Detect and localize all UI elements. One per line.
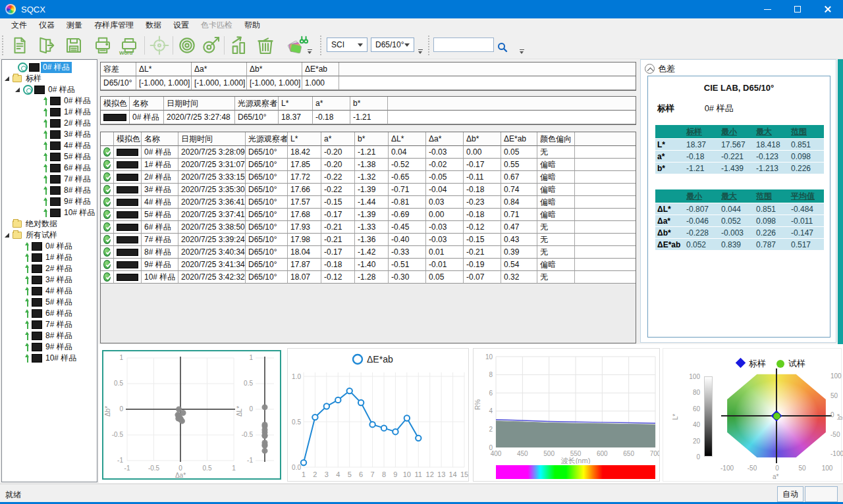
illuminant-select[interactable]: D65/10° <box>371 38 414 52</box>
column-header[interactable] <box>388 97 636 111</box>
column-header[interactable]: 光源观察者 <box>235 97 279 111</box>
tree-item[interactable]: 所有试样 <box>2 230 97 241</box>
column-header[interactable]: 颜色偏向 <box>537 132 575 146</box>
column-header[interactable]: L* <box>288 132 321 146</box>
column-header[interactable] <box>339 63 636 76</box>
statistics-button[interactable] <box>227 34 251 57</box>
auto-mode-button[interactable]: 自动 <box>777 486 803 502</box>
tree-item[interactable]: 6# 样品 <box>2 308 97 319</box>
column-header[interactable]: ΔE*ab <box>302 63 339 76</box>
maximize-button[interactable] <box>782 0 813 18</box>
tree-item[interactable]: 8# 样品 <box>2 185 97 196</box>
tree-item[interactable]: 0# 样品 <box>2 95 97 107</box>
tree-item[interactable]: 2# 样品 <box>2 263 97 274</box>
tree-item[interactable]: 10# 样品 <box>2 207 97 218</box>
sample-row[interactable]: 2# 样品2020/7/25 3:33:15D65/10°17.72-0.22-… <box>101 171 636 184</box>
menu-item-8[interactable]: 帮助 <box>238 18 266 32</box>
column-header[interactable]: 日期时间 <box>164 97 235 111</box>
sample-row[interactable]: 1# 样品2020/7/25 3:31:07D65/10°17.85-0.20-… <box>101 159 636 171</box>
menu-item-6[interactable]: 设置 <box>167 18 195 32</box>
column-header[interactable]: 光源观察者 <box>246 132 288 146</box>
column-header[interactable]: b* <box>355 132 389 146</box>
panel-scrollbar[interactable] <box>838 59 843 349</box>
column-header[interactable]: 模拟色 <box>114 132 142 146</box>
tree-expander-icon[interactable] <box>5 233 9 238</box>
tree-item[interactable]: 4# 样品 <box>2 140 97 151</box>
column-header[interactable]: 容差 <box>101 63 136 76</box>
collapse-panel-button[interactable] <box>645 64 655 74</box>
toolbar-overflow-button[interactable] <box>519 49 525 55</box>
export-button[interactable] <box>34 34 58 57</box>
column-header[interactable] <box>101 132 114 146</box>
export-word-button[interactable]: Word <box>117 34 141 57</box>
toolbar-grip[interactable] <box>320 36 323 55</box>
deltae-line-chart-panel[interactable]: 1234567891011121314151.00.50.0ΔE*ab <box>287 348 469 482</box>
scatter-chart-panel[interactable]: 10.50-0.5-1-1-0.500.51Δa*Δb*10.50-0.5-1Δ… <box>102 350 281 480</box>
tree-item[interactable]: 0# 样品 <box>2 62 97 73</box>
tree-item[interactable]: 7# 样品 <box>2 319 97 330</box>
tree-item[interactable]: 5# 样品 <box>2 297 97 308</box>
close-button[interactable] <box>813 0 843 18</box>
column-header[interactable]: b* <box>350 97 388 111</box>
tree-item[interactable]: 8# 样品 <box>2 330 97 341</box>
reflectance-chart-panel[interactable]: 1086420400450500550600650700波长(nm)R% <box>473 348 660 482</box>
sample-row[interactable]: 3# 样品2020/7/25 3:35:30D65/10°17.66-0.22-… <box>101 184 636 196</box>
tree-item[interactable]: 7# 样品 <box>2 174 97 185</box>
print-button[interactable] <box>91 34 115 57</box>
delete-button[interactable] <box>254 34 277 57</box>
menu-item-4[interactable]: 存样库管理 <box>88 18 140 32</box>
column-header[interactable]: Δa* <box>426 132 464 146</box>
tree-expander-icon[interactable] <box>5 76 9 81</box>
column-header[interactable]: 日期时间 <box>178 132 246 146</box>
tree-item[interactable]: 6# 样品 <box>2 163 97 174</box>
tree-item[interactable]: 2# 样品 <box>2 118 97 129</box>
menu-item-5[interactable]: 数据 <box>140 18 167 32</box>
column-header[interactable]: 名称 <box>142 132 178 146</box>
menu-item-3[interactable]: 测量 <box>61 18 88 32</box>
sample-row[interactable]: 4# 样品2020/7/25 3:36:41D65/10°17.57-0.15-… <box>101 196 636 209</box>
table-row[interactable]: 0# 样品2020/7/25 3:27:48D65/10°18.37-0.18-… <box>101 111 636 124</box>
column-header[interactable]: ΔL* <box>136 63 192 76</box>
menu-item-2[interactable]: 仪器 <box>33 18 61 32</box>
measure-standard-button[interactable] <box>175 34 199 57</box>
sample-row[interactable]: 7# 样品2020/7/25 3:39:24D65/10°17.98-0.21-… <box>101 234 636 246</box>
new-document-button[interactable] <box>8 34 32 57</box>
cielab-gamut-chart-panel[interactable]: 标样试样100806040200L*-100-50050100a*100500-… <box>663 348 842 482</box>
tree-item[interactable]: 0# 样品 <box>2 84 97 95</box>
search-button[interactable] <box>494 36 511 59</box>
search-input[interactable] <box>433 38 494 52</box>
sample-row[interactable]: 6# 样品2020/7/25 3:38:50D65/10°17.93-0.21-… <box>101 221 636 234</box>
tree-item[interactable]: 4# 样品 <box>2 286 97 297</box>
tree-item[interactable]: 0# 样品 <box>2 241 97 252</box>
tree-item[interactable]: 9# 样品 <box>2 196 97 207</box>
column-header[interactable]: a* <box>313 97 350 111</box>
measure-sample-button[interactable] <box>199 34 223 57</box>
table-row[interactable]: D65/10°[-1.000, 1.000][-1.000, 1.000][-1… <box>101 76 636 90</box>
calibrate-button[interactable] <box>148 34 171 57</box>
column-header[interactable]: ΔL* <box>389 132 426 146</box>
column-header[interactable]: Δa* <box>192 63 247 76</box>
tree-item[interactable]: 3# 样品 <box>2 274 97 286</box>
sample-row[interactable]: 8# 样品2020/7/25 3:40:34D65/10°18.04-0.17-… <box>101 246 636 259</box>
tree-item[interactable]: 3# 样品 <box>2 129 97 140</box>
column-header[interactable]: Δb* <box>464 132 501 146</box>
save-button[interactable] <box>62 34 86 57</box>
tree-item[interactable]: 标样 <box>2 73 97 84</box>
column-header[interactable]: 名称 <box>130 97 164 111</box>
column-header[interactable] <box>575 132 636 146</box>
tree-item[interactable]: 10# 样品 <box>2 353 97 364</box>
toolbar-grip[interactable] <box>428 36 431 55</box>
tree-item[interactable]: 5# 样品 <box>2 151 97 163</box>
sample-row[interactable]: 9# 样品2020/7/25 3:41:34D65/10°17.87-0.18-… <box>101 259 636 271</box>
tree-item[interactable]: 1# 样品 <box>2 107 97 118</box>
menu-item-7[interactable]: 色卡匹检 <box>195 18 238 32</box>
toolbar-overflow-button[interactable] <box>307 49 313 55</box>
tree-item[interactable]: 1# 样品 <box>2 252 97 263</box>
tree-expander-icon[interactable] <box>15 88 20 92</box>
sample-row[interactable]: 5# 样品2020/7/25 3:37:41D65/10°17.68-0.17-… <box>101 209 636 221</box>
tree-item[interactable]: 9# 样品 <box>2 341 97 353</box>
menu-item-1[interactable]: 文件 <box>5 18 33 32</box>
mode-select[interactable]: SCI <box>327 38 367 52</box>
sample-row[interactable]: 0# 样品2020/7/25 3:28:09D65/10°18.42-0.20-… <box>101 146 636 159</box>
column-header[interactable]: L* <box>279 97 313 111</box>
